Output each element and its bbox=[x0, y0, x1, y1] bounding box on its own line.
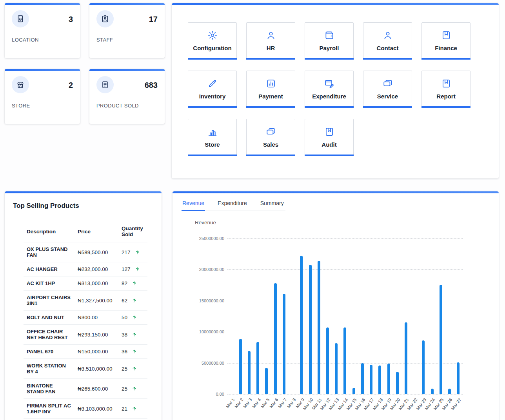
product-quantity-cell: 25 bbox=[118, 359, 147, 379]
bar-slot bbox=[297, 238, 306, 394]
bookmark-card-icon bbox=[441, 78, 451, 89]
bar-slot bbox=[271, 238, 280, 394]
product-quantity: 217 bbox=[122, 249, 131, 255]
product-quantity-cell: 127 bbox=[118, 262, 147, 276]
card-accent-bar bbox=[173, 191, 499, 193]
stat-label: STORE bbox=[12, 103, 73, 109]
bar-slot bbox=[236, 238, 245, 394]
product-description: BOLT AND NUT bbox=[24, 311, 74, 325]
tab-bar: RevenueExpenditureSummary bbox=[182, 199, 285, 211]
bar-slot bbox=[332, 238, 341, 394]
bookmark-card-icon bbox=[324, 127, 334, 137]
top-selling-table: DescriptionPriceQuantity Sold OX PLUS ST… bbox=[24, 221, 147, 419]
product-quantity: 38 bbox=[122, 332, 127, 338]
module-label: HR bbox=[267, 45, 275, 51]
modules-grid: ConfigurationHRPayrollContactFinanceInve… bbox=[172, 3, 499, 156]
chart-title: Revenue bbox=[195, 220, 499, 225]
module-sales[interactable]: Sales bbox=[246, 119, 295, 156]
tab-revenue[interactable]: Revenue bbox=[182, 199, 205, 211]
x-axis-label: Mar 1 bbox=[225, 397, 236, 409]
product-quantity: 25 bbox=[122, 366, 127, 372]
module-report[interactable]: Report bbox=[421, 71, 470, 108]
product-row: AC KIT 1HP₦313,000.0082 bbox=[24, 276, 147, 291]
stat-card-store: 2STORE bbox=[5, 69, 80, 124]
product-description: AC KIT 1HP bbox=[24, 276, 74, 291]
building-icon bbox=[16, 15, 25, 23]
bar-series bbox=[227, 238, 463, 394]
stat-label: PRODUCT SOLD bbox=[96, 103, 158, 109]
module-contact[interactable]: Contact bbox=[363, 22, 412, 60]
gear-icon bbox=[207, 30, 218, 40]
bar-slot bbox=[376, 238, 384, 394]
module-payment[interactable]: Payment bbox=[246, 71, 295, 108]
card-accent-bar bbox=[89, 69, 165, 71]
product-quantity-cell: 62 bbox=[118, 291, 147, 311]
product-quantity: 25 bbox=[122, 386, 127, 392]
product-description: PANEL 670 bbox=[24, 345, 74, 359]
stat-icon-circle bbox=[12, 76, 29, 93]
revenue-bar bbox=[422, 340, 425, 394]
module-payroll[interactable]: Payroll bbox=[305, 22, 354, 60]
product-price: ₦150,000.00 bbox=[74, 345, 118, 359]
stat-value: 17 bbox=[149, 15, 158, 24]
module-store[interactable]: Store bbox=[188, 119, 237, 156]
revenue-bar bbox=[370, 365, 372, 394]
module-label: Contact bbox=[377, 45, 399, 51]
bar-slot bbox=[254, 238, 262, 394]
column-header-quantity-sold: Quantity Sold bbox=[118, 221, 147, 242]
product-quantity: 127 bbox=[122, 266, 131, 272]
arrow-up-icon bbox=[134, 249, 141, 256]
product-price: ₦265,600.00 bbox=[74, 379, 118, 399]
product-row: BOLT AND NUT₦300.0050 bbox=[24, 311, 147, 325]
product-price: ₦232,000.00 bbox=[74, 262, 118, 276]
product-quantity-cell: 217 bbox=[118, 242, 147, 262]
revenue-bar bbox=[300, 256, 303, 394]
bar-slot bbox=[393, 238, 401, 394]
bar-slot bbox=[262, 238, 271, 394]
tab-expenditure[interactable]: Expenditure bbox=[217, 199, 248, 211]
module-hr[interactable]: HR bbox=[246, 22, 295, 60]
module-configuration[interactable]: Configuration bbox=[188, 22, 237, 60]
revenue-bar bbox=[335, 343, 338, 394]
cards-icon bbox=[383, 78, 393, 89]
top-selling-title: Top Selling Products bbox=[13, 202, 155, 210]
bar-slot bbox=[419, 238, 428, 394]
revenue-bar bbox=[448, 389, 451, 394]
product-quantity: 36 bbox=[122, 349, 127, 355]
stat-label: STAFF bbox=[96, 37, 158, 43]
bar-slot bbox=[411, 238, 419, 394]
tab-summary[interactable]: Summary bbox=[260, 199, 285, 211]
card-accent-bar bbox=[5, 69, 80, 71]
stat-value: 2 bbox=[69, 81, 73, 90]
stat-icon-circle bbox=[12, 10, 29, 27]
module-label: Service bbox=[377, 93, 398, 100]
revenue-bar bbox=[239, 339, 242, 394]
card-accent-bar bbox=[5, 191, 162, 193]
product-description: AC HANGER bbox=[24, 262, 74, 276]
stat-card-product-sold: 683PRODUCT SOLD bbox=[89, 69, 165, 124]
table-header-row: DescriptionPriceQuantity Sold bbox=[24, 221, 147, 242]
product-price: ₦293,150.00 bbox=[74, 325, 118, 345]
module-expenditure[interactable]: Expenditure bbox=[305, 71, 354, 108]
stat-icon-circle bbox=[96, 76, 114, 93]
card-edit-icon bbox=[324, 78, 334, 89]
product-quantity-cell: 82 bbox=[118, 276, 147, 291]
product-quantity: 50 bbox=[122, 315, 127, 320]
module-inventory[interactable]: Inventory bbox=[188, 71, 237, 108]
bar-slot bbox=[314, 238, 323, 394]
revenue-chart: 25000000.0020000000.0015000000.001000000… bbox=[227, 238, 463, 394]
product-quantity: 62 bbox=[122, 298, 127, 304]
y-axis-tick: 0.00 bbox=[216, 392, 224, 396]
revenue-bar bbox=[431, 389, 434, 394]
revenue-bar bbox=[396, 372, 399, 394]
revenue-bar bbox=[361, 363, 364, 394]
module-service[interactable]: Service bbox=[363, 71, 412, 108]
product-price: ₦589,500.00 bbox=[74, 242, 118, 262]
module-finance[interactable]: Finance bbox=[421, 22, 470, 60]
y-axis-tick: 25000000.00 bbox=[199, 236, 224, 241]
stat-value: 683 bbox=[145, 81, 158, 90]
bar-chart-icon bbox=[266, 78, 276, 89]
product-quantity-cell: 25 bbox=[118, 379, 147, 399]
module-audit[interactable]: Audit bbox=[305, 119, 354, 156]
module-label: Audit bbox=[322, 141, 336, 148]
